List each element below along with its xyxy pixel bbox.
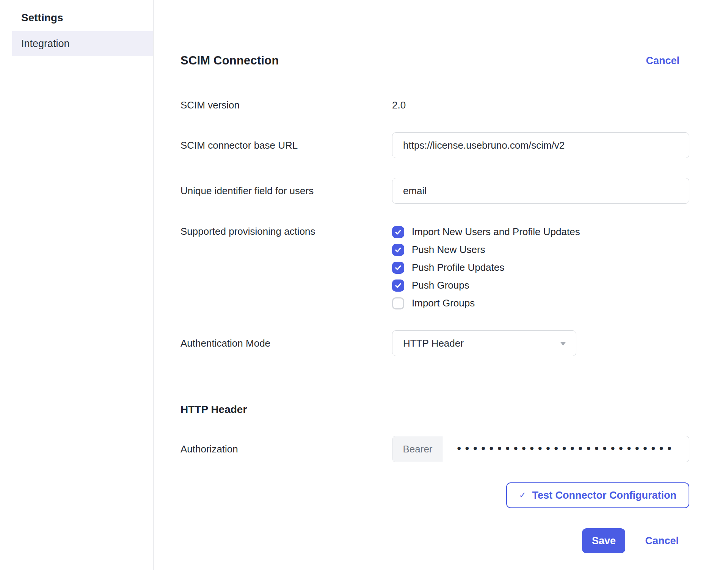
authentication-mode-label: Authentication Mode [180,338,392,349]
test-connector-button[interactable]: ✓ Test Connector Configuration [506,482,689,508]
checkbox-row-import-new-users: Import New Users and Profile Updates [392,226,580,238]
authentication-mode-select[interactable]: HTTP Header [392,330,576,356]
sidebar-item-label: Integration [21,38,70,50]
check-icon: ✓ [519,491,526,499]
cancel-link-top[interactable]: Cancel [646,55,679,67]
checkbox-row-push-profile-updates: Push Profile Updates [392,261,580,274]
page-title: SCIM Connection [180,54,279,68]
page-header: SCIM Connection Cancel [180,54,689,68]
section-divider [180,379,689,379]
import-groups-checkbox[interactable] [392,297,404,309]
main-content: SCIM Connection Cancel SCIM version 2.0 … [154,0,728,570]
form-row-scim-version: SCIM version 2.0 [180,99,689,111]
checkbox-row-import-groups: Import Groups [392,297,580,309]
form-row-base-url: SCIM connector base URL [180,132,689,158]
checkbox-row-push-groups: Push Groups [392,279,580,292]
provisioning-actions-list: Import New Users and Profile Updates Pus… [392,226,580,309]
push-profile-updates-checkbox[interactable] [392,262,404,274]
base-url-input[interactable] [392,132,689,158]
unique-identifier-label: Unique identifier field for users [180,185,392,197]
provisioning-actions-label: Supported provisioning actions [180,226,392,237]
checkbox-label: Import Groups [412,297,475,309]
form-row-provisioning-actions: Supported provisioning actions Import Ne… [180,226,689,309]
scim-version-value: 2.0 [392,99,406,111]
form-row-authentication-mode: Authentication Mode HTTP Header [180,330,689,356]
scim-version-label: SCIM version [180,99,392,111]
authorization-input-group: Bearer [392,436,689,462]
checkmark-icon [394,264,402,272]
sidebar-item-integration[interactable]: Integration [12,31,153,56]
chevron-down-icon [560,342,566,345]
authorization-token-input[interactable] [443,436,689,462]
unique-identifier-input[interactable] [392,178,689,204]
checkbox-label: Import New Users and Profile Updates [412,226,580,238]
checkmark-icon [394,282,402,289]
authorization-label: Authorization [180,443,392,455]
checkmark-icon [394,228,402,236]
test-connector-row: ✓ Test Connector Configuration [180,482,689,508]
form-actions-row: Save Cancel [180,528,689,553]
checkbox-label: Push Groups [412,280,469,291]
checkbox-label: Push Profile Updates [412,262,504,273]
form-row-authorization: Authorization Bearer [180,436,689,462]
authentication-mode-value: HTTP Header [403,338,464,349]
checkmark-icon [394,246,402,254]
http-header-section-title: HTTP Header [180,404,689,416]
checkbox-label: Push New Users [412,244,485,256]
sidebar: Settings Integration [0,0,154,570]
save-button[interactable]: Save [582,528,625,553]
bearer-prefix: Bearer [392,436,443,462]
form-row-unique-identifier: Unique identifier field for users [180,178,689,204]
app-root: Settings Integration SCIM Connection Can… [0,0,728,570]
cancel-link-bottom[interactable]: Cancel [645,535,679,547]
import-new-users-checkbox[interactable] [392,226,404,238]
test-connector-label: Test Connector Configuration [532,490,676,501]
base-url-label: SCIM connector base URL [180,140,392,151]
push-groups-checkbox[interactable] [392,280,404,292]
sidebar-heading: Settings [0,11,153,24]
checkbox-row-push-new-users: Push New Users [392,243,580,256]
push-new-users-checkbox[interactable] [392,244,404,256]
